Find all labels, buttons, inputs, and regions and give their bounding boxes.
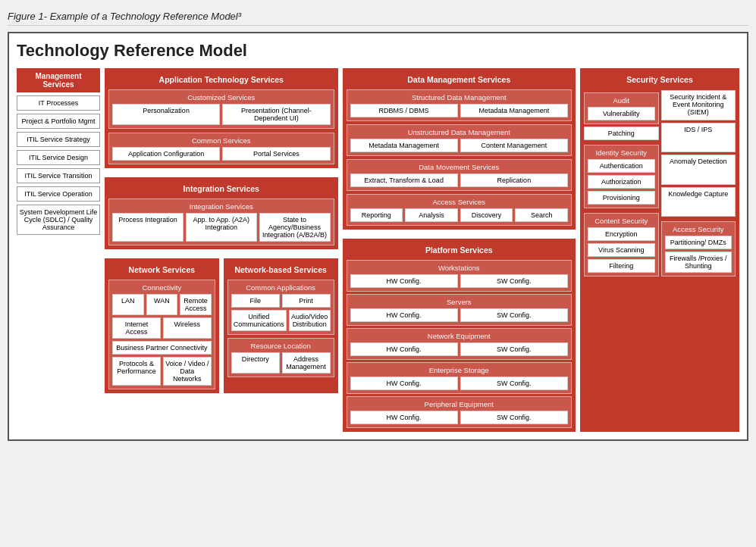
ws-sw: SW Config. <box>460 274 568 288</box>
siem: Security Incident & Event Monitoring (SI… <box>661 90 736 120</box>
common-apps-section: Common Applications File Print Unified C… <box>227 280 334 335</box>
content-mgmt: Content Management <box>460 139 568 152</box>
security-header: Security Services <box>584 72 736 87</box>
network-services: Network Services Connectivity LAN WAN Re… <box>105 258 219 393</box>
rdbms: RDBMS / DBMS <box>350 104 458 117</box>
app-tech-header: Application Technology Services <box>108 72 334 87</box>
project-portfolio: Project & Portfolio Mgmt <box>17 114 100 129</box>
replication: Replication <box>460 173 568 187</box>
protocols: Protocols & Performance <box>112 357 161 386</box>
data-mgmt-section: Data Management Services Structured Data… <box>343 68 576 230</box>
identity-section: Identity Security Authentication Authori… <box>584 145 659 208</box>
common-apps-label: Common Applications <box>231 283 331 292</box>
wireless: Wireless <box>163 317 212 339</box>
resource-location-label: Resource Location <box>231 342 331 350</box>
file: File <box>231 294 280 308</box>
common-services: Common Services Application Configuratio… <box>108 133 334 164</box>
itil-strategy: ITIL Service Strategy <box>17 132 100 147</box>
knowledge-capture: Knowledge Capture <box>661 187 736 217</box>
audit-section: Audit Vulnerability <box>584 92 659 124</box>
audit-label: Audit <box>588 96 655 105</box>
state-integration: State to Agency/Business Integration (A/… <box>259 213 331 242</box>
partitioning: Partitioning/ DMZs <box>665 236 732 249</box>
a2a-integration: App. to App. (A2A) Integration <box>186 213 257 242</box>
integration-header: Integration Services <box>108 181 334 196</box>
metadata-mgmt-unstruct: Metadata Management <box>350 139 458 152</box>
presentation: Presentation (Channel-Dependent UI) <box>222 104 330 125</box>
movement-label: Data Movement Services <box>350 163 569 171</box>
print: Print <box>282 294 331 308</box>
discovery: Discovery <box>460 208 513 222</box>
authorization: Authorization <box>588 175 655 189</box>
vulnerability: Vulnerability <box>588 107 655 120</box>
integration-inner: Integration Services Process Integration… <box>108 198 334 245</box>
reporting: Reporting <box>350 208 403 222</box>
management-header: Management Services <box>17 68 100 92</box>
network-equip-section: Network Equipment HW Config. SW Config. <box>347 328 572 360</box>
filtering: Filtering <box>588 259 655 273</box>
unstructured-label: Unstructured Data Management <box>350 128 569 136</box>
workstations-section: Workstations HW Config. SW Config. <box>347 260 572 292</box>
access-label: Access Services <box>350 198 569 206</box>
platform-section: Platform Services Workstations HW Config… <box>343 239 576 432</box>
etl: Extract, Transform & Load <box>350 173 458 187</box>
workstations-label: Workstations <box>350 264 569 272</box>
portal-services: Portal Services <box>222 147 330 161</box>
app-config: Application Configuration <box>112 147 220 161</box>
directory: Directory <box>231 352 280 374</box>
lan: LAN <box>112 294 144 315</box>
wan: WAN <box>146 294 178 315</box>
content-security-section: Content Security Encryption Virus Scanni… <box>584 213 659 277</box>
itil-operation: ITIL Service Operation <box>17 186 100 202</box>
pe-hw: HW Config. <box>350 411 458 424</box>
analysis: Analysis <box>405 208 458 222</box>
network-equip-label: Network Equipment <box>350 332 569 340</box>
enterprise-storage-section: Enterprise Storage HW Config. SW Config. <box>347 362 572 394</box>
metadata-mgmt-struct: Metadata Management <box>460 104 568 117</box>
network-based-header: Network-based Services <box>227 262 334 277</box>
ne-sw: SW Config. <box>460 342 568 356</box>
platform-header: Platform Services <box>347 242 572 258</box>
access-security-section: Access Security Partitioning/ DMZs Firew… <box>661 221 736 277</box>
remote-access: Remote Access <box>180 294 212 315</box>
pe-sw: SW Config. <box>460 411 568 424</box>
virus-scanning: Virus Scanning <box>588 243 655 257</box>
structured-section: Structured Data Management RDBMS / DBMS … <box>347 89 572 121</box>
peripheral-section: Peripheral Equipment HW Config. SW Confi… <box>347 396 572 428</box>
access-section: Access Services Reporting Analysis Disco… <box>347 194 572 226</box>
audio-video: Audio/Video Distribution <box>289 310 331 331</box>
personalization: Personalization <box>112 104 220 125</box>
voice-video: Voice / Video / Data Networks <box>163 357 212 386</box>
app-tech-section: Application Technology Services Customiz… <box>105 68 338 168</box>
security-section: Security Services Audit Vulnerability Pa… <box>580 68 739 432</box>
patching: Patching <box>584 127 659 140</box>
network-based-services: Network-based Services Common Applicatio… <box>224 258 338 393</box>
data-mgmt-header: Data Management Services <box>347 72 572 87</box>
customized-label: Customized Services <box>112 93 331 102</box>
provisioning: Provisioning <box>588 191 655 205</box>
it-processes: IT Processes <box>17 95 100 111</box>
content-security-label: Content Security <box>588 217 655 225</box>
itil-transition: ITIL Service Transition <box>17 168 100 183</box>
sdlc: System Development Life Cycle (SDLC) / Q… <box>17 205 100 235</box>
internet-access: Internet Access <box>112 317 161 339</box>
ne-hw: HW Config. <box>350 342 458 356</box>
address-mgmt: Address Management <box>282 352 331 374</box>
diagram-title: Technology Reference Model <box>17 41 739 61</box>
integration-section: Integration Services Integration Service… <box>105 177 338 249</box>
firewalls: Firewalls /Proxies / Shunting <box>665 252 732 273</box>
peripheral-label: Peripheral Equipment <box>350 400 569 408</box>
connectivity-label: Connectivity <box>112 283 212 292</box>
servers-label: Servers <box>350 298 569 306</box>
business-partner: Business Partner Connectivity <box>112 341 212 355</box>
search: Search <box>515 208 568 222</box>
es-hw: HW Config. <box>350 377 458 390</box>
ws-hw: HW Config. <box>350 274 458 288</box>
management-services-section: Management Services IT Processes Project… <box>17 68 100 432</box>
customized-services: Customized Services Personalization Pres… <box>108 89 334 129</box>
network-row: Network Services Connectivity LAN WAN Re… <box>105 258 338 393</box>
structured-label: Structured Data Management <box>350 93 569 102</box>
authentication: Authentication <box>588 159 655 173</box>
itil-design: ITIL Service Design <box>17 150 100 165</box>
identity-label: Identity Security <box>588 148 655 157</box>
